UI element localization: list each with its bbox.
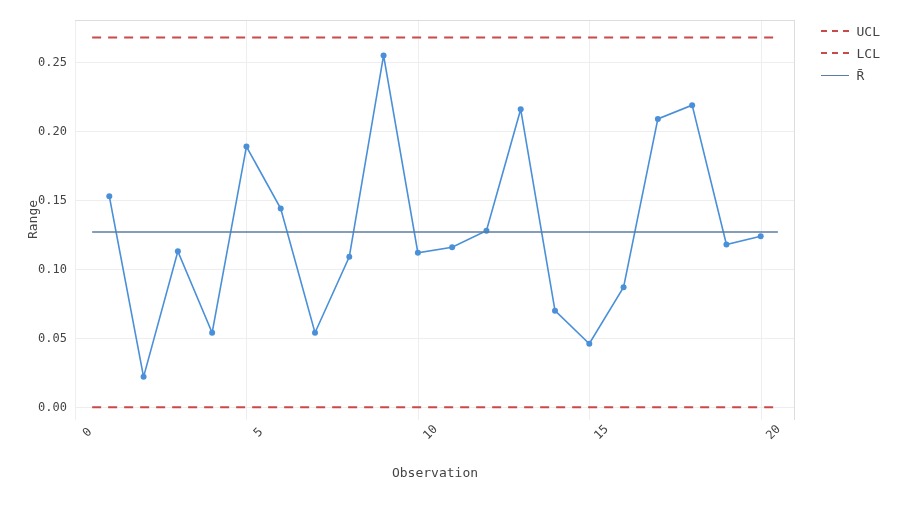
data-point [689, 102, 695, 108]
legend-item-R: R̄ [821, 64, 880, 86]
data-point [552, 308, 558, 314]
data-point [141, 374, 147, 380]
legend-swatch [821, 52, 849, 54]
data-point [621, 284, 627, 290]
data-point [415, 250, 421, 256]
data-point [381, 52, 387, 58]
series-svg [75, 21, 795, 421]
data-point [312, 330, 318, 336]
legend-label: R̄ [857, 68, 865, 83]
data-point [106, 193, 112, 199]
data-point [243, 144, 249, 150]
y-tick-label: 0.10 [38, 262, 75, 276]
data-point [278, 206, 284, 212]
legend-item-UCL: UCL [821, 20, 880, 42]
y-tick-label: 0.05 [38, 331, 75, 345]
y-tick-label: 0.25 [38, 55, 75, 69]
legend-label: LCL [857, 46, 880, 61]
legend-swatch [821, 30, 849, 32]
data-point [758, 233, 764, 239]
y-tick-label: 0.00 [38, 400, 75, 414]
legend-label: UCL [857, 24, 880, 39]
legend-swatch [821, 75, 849, 76]
data-point [175, 248, 181, 254]
data-point [586, 341, 592, 347]
data-point [209, 330, 215, 336]
y-axis-label: Range [25, 200, 40, 239]
y-tick-label: 0.15 [38, 193, 75, 207]
range-line [109, 55, 760, 376]
legend: UCLLCLR̄ [821, 20, 880, 86]
legend-item-LCL: LCL [821, 42, 880, 64]
data-point [449, 244, 455, 250]
data-point [655, 116, 661, 122]
data-point [723, 241, 729, 247]
data-point [346, 254, 352, 260]
y-tick-label: 0.20 [38, 124, 75, 138]
range-control-chart: 0.000.050.100.150.200.2505101520 Range O… [0, 0, 900, 506]
data-point [518, 106, 524, 112]
x-axis-label: Observation [75, 465, 795, 480]
plot-area: 0.000.050.100.150.200.2505101520 [75, 20, 795, 420]
